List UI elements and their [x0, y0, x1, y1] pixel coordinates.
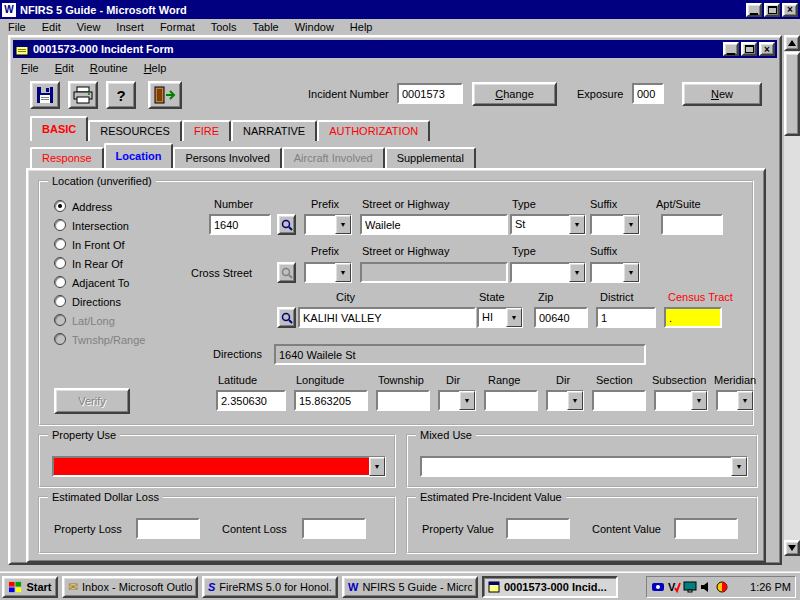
dropdown-arrow-icon[interactable]: ▼: [569, 263, 585, 282]
property-value-input[interactable]: [506, 518, 570, 539]
cross-type-combo[interactable]: ▼: [510, 262, 586, 283]
word-menu-edit[interactable]: Edit: [34, 19, 69, 36]
scroll-down-button[interactable]: [784, 540, 800, 556]
word-vertical-scrollbar[interactable]: [784, 35, 800, 556]
subsection-combo[interactable]: ▼: [654, 390, 708, 411]
dir1-combo[interactable]: ▼: [438, 390, 476, 411]
help-button[interactable]: ?: [106, 81, 136, 109]
tab-response[interactable]: Response: [30, 147, 104, 168]
longitude-input[interactable]: [294, 390, 368, 411]
dropdown-arrow-icon[interactable]: ▼: [623, 215, 639, 234]
in-front-of-radio[interactable]: [54, 238, 66, 250]
tab-location[interactable]: Location: [104, 143, 174, 168]
dropdown-arrow-icon[interactable]: ▼: [369, 457, 385, 476]
content-value-input[interactable]: [674, 518, 738, 539]
in-rear-of-radio[interactable]: [54, 257, 66, 269]
mixed-use-combo[interactable]: ▼: [420, 456, 748, 477]
taskbar-task-word[interactable]: W NFIRS 5 Guide - Micro...: [342, 576, 478, 598]
dialog-minimize-button[interactable]: [723, 42, 739, 56]
taskbar-task-outlook[interactable]: ✉ Inbox - Microsoft Outlook: [62, 576, 198, 598]
word-menu-tools[interactable]: Tools: [203, 19, 245, 36]
dropdown-arrow-icon[interactable]: ▼: [506, 308, 522, 327]
tab-persons-involved[interactable]: Persons Involved: [173, 147, 281, 168]
word-maximize-button[interactable]: [764, 3, 780, 17]
scroll-thumb[interactable]: [784, 52, 800, 136]
meridian-combo[interactable]: ▼: [716, 390, 754, 411]
tab-supplemental[interactable]: Supplemental: [385, 147, 476, 168]
township-input[interactable]: [376, 390, 430, 411]
start-button[interactable]: Start: [2, 576, 58, 598]
intersection-radio[interactable]: [54, 219, 66, 231]
tab-authorization[interactable]: AUTHORIZATION: [317, 120, 430, 141]
street-search-button[interactable]: [277, 214, 296, 235]
type-combo[interactable]: St ▼: [510, 214, 586, 235]
dropdown-arrow-icon[interactable]: ▼: [335, 215, 351, 234]
dropdown-arrow-icon[interactable]: ▼: [737, 391, 753, 410]
incident-number-field[interactable]: [397, 83, 463, 104]
word-menu-insert[interactable]: Insert: [108, 19, 152, 36]
exit-button[interactable]: [148, 81, 182, 109]
word-menu-format[interactable]: Format: [152, 19, 203, 36]
tab-resources[interactable]: RESOURCES: [88, 120, 182, 141]
word-menu-help[interactable]: Help: [342, 19, 381, 36]
apt-suite-input[interactable]: [661, 214, 723, 235]
word-close-button[interactable]: ×: [782, 3, 798, 17]
dir2-combo[interactable]: ▼: [546, 390, 584, 411]
word-menu-table[interactable]: Table: [244, 19, 286, 36]
tab-fire[interactable]: FIRE: [182, 120, 231, 141]
dropdown-arrow-icon[interactable]: ▼: [731, 457, 747, 476]
network-tray-icon[interactable]: [651, 580, 665, 594]
property-loss-input[interactable]: [136, 518, 200, 539]
range-input[interactable]: [484, 390, 538, 411]
antivirus-tray-icon[interactable]: V: [667, 580, 681, 594]
adjacent-to-radio[interactable]: [54, 276, 66, 288]
new-button[interactable]: New: [682, 82, 762, 106]
suffix-combo[interactable]: ▼: [590, 214, 640, 235]
exposure-field[interactable]: [632, 83, 664, 104]
menu-edit[interactable]: Edit: [47, 60, 82, 77]
word-menu-view[interactable]: View: [69, 19, 109, 36]
district-input[interactable]: [596, 307, 656, 328]
address-radio[interactable]: [54, 200, 66, 212]
number-input[interactable]: [209, 214, 271, 235]
save-button[interactable]: [30, 81, 60, 109]
scheduler-tray-icon[interactable]: [715, 580, 729, 594]
dialog-maximize-button[interactable]: [741, 42, 757, 56]
menu-help[interactable]: Help: [136, 60, 175, 77]
dropdown-arrow-icon[interactable]: ▼: [691, 391, 707, 410]
volume-tray-icon[interactable]: [699, 580, 713, 594]
dropdown-arrow-icon[interactable]: ▼: [569, 215, 585, 234]
word-minimize-button[interactable]: [746, 3, 762, 17]
content-loss-input[interactable]: [302, 518, 366, 539]
taskbar-task-firerms[interactable]: S FireRMS 5.0 for Honol...: [202, 576, 338, 598]
scroll-up-button[interactable]: [784, 35, 800, 51]
taskbar-task-incident-form[interactable]: 0001573-000 Incid...: [482, 576, 618, 598]
word-menu-file[interactable]: File: [0, 19, 34, 36]
change-button[interactable]: Change: [472, 82, 557, 106]
cross-prefix-combo[interactable]: ▼: [304, 262, 352, 283]
print-button[interactable]: [68, 81, 98, 109]
latitude-input[interactable]: [216, 390, 286, 411]
zip-input[interactable]: [534, 307, 588, 328]
word-menu-window[interactable]: Window: [287, 19, 342, 36]
tab-narrative[interactable]: NARRATIVE: [231, 120, 317, 141]
dropdown-arrow-icon[interactable]: ▼: [623, 263, 639, 282]
menu-routine[interactable]: Routine: [82, 60, 136, 77]
prefix-combo[interactable]: ▼: [304, 214, 352, 235]
census-tract-input[interactable]: [664, 307, 722, 328]
directions-radio[interactable]: [54, 295, 66, 307]
tab-basic[interactable]: BASIC: [30, 116, 88, 141]
display-tray-icon[interactable]: [683, 580, 697, 594]
menu-file[interactable]: File: [13, 60, 47, 77]
dropdown-arrow-icon[interactable]: ▼: [459, 391, 475, 410]
street-input[interactable]: [360, 214, 508, 235]
section-input[interactable]: [592, 390, 646, 411]
city-search-button[interactable]: [277, 307, 296, 328]
dialog-close-button[interactable]: ×: [759, 42, 775, 56]
city-input[interactable]: [298, 307, 476, 328]
dropdown-arrow-icon[interactable]: ▼: [567, 391, 583, 410]
state-combo[interactable]: HI ▼: [477, 307, 523, 328]
property-use-combo[interactable]: ▼: [52, 456, 386, 477]
dropdown-arrow-icon[interactable]: ▼: [335, 263, 351, 282]
cross-suffix-combo[interactable]: ▼: [590, 262, 640, 283]
